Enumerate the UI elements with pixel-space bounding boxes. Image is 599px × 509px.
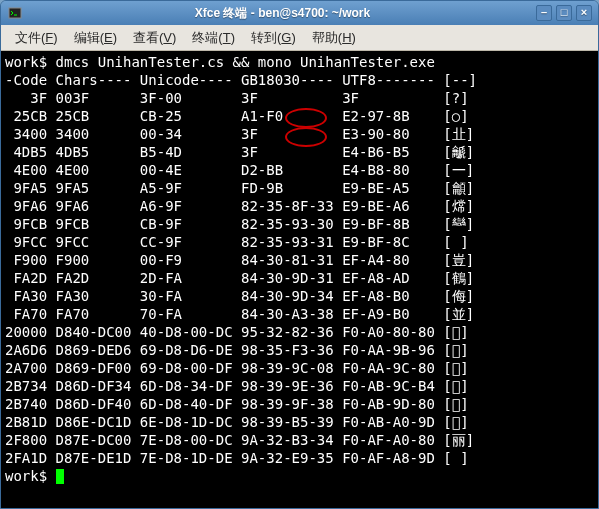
minimize-button[interactable]: – [536, 5, 552, 21]
prompt-line: work$ dmcs UnihanTester.cs && mono Uniha… [5, 54, 435, 70]
window-buttons: – □ × [536, 5, 592, 21]
window-title: Xfce 终端 - ben@s4700: ~/work [29, 5, 536, 22]
menubar: 文件(F) 编辑(E) 查看(V) 终端(T) 转到(G) 帮助(H) [1, 25, 598, 51]
app-window: Xfce 终端 - ben@s4700: ~/work – □ × 文件(F) … [0, 0, 599, 509]
terminal-area[interactable]: work$ dmcs UnihanTester.cs && mono Uniha… [1, 51, 598, 508]
prompt-line: work$ [5, 468, 56, 484]
menu-view[interactable]: 查看(V) [125, 26, 184, 50]
menu-edit[interactable]: 编辑(E) [66, 26, 125, 50]
close-button[interactable]: × [576, 5, 592, 21]
menu-goto[interactable]: 转到(G) [243, 26, 304, 50]
svg-rect-0 [9, 8, 21, 18]
titlebar[interactable]: Xfce 终端 - ben@s4700: ~/work – □ × [1, 1, 598, 25]
cursor [56, 469, 64, 484]
menu-terminal[interactable]: 终端(T) [184, 26, 243, 50]
table-header: -Code Chars---- Unicode---- GB18030---- … [5, 72, 477, 88]
menu-help[interactable]: 帮助(H) [304, 26, 364, 50]
terminal-icon [7, 5, 23, 21]
output-rows: 3F 003F 3F-00 3F 3F [?] 25CB 25CB CB-25 … [5, 89, 594, 467]
menu-file[interactable]: 文件(F) [7, 26, 66, 50]
maximize-button[interactable]: □ [556, 5, 572, 21]
